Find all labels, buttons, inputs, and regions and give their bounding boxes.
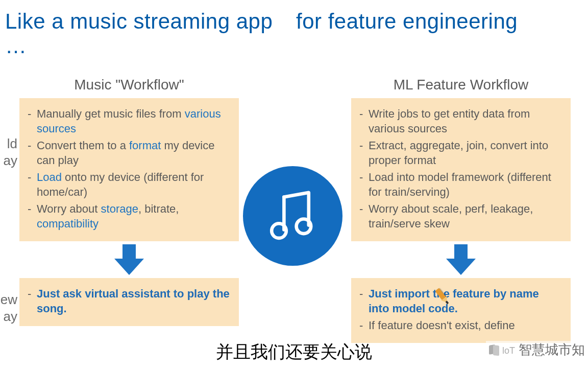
side-label-old-bottom: ay	[0, 152, 17, 169]
right-subhead: ML Feature Workflow	[394, 77, 529, 93]
watermark-text: 智慧城市知	[519, 341, 585, 359]
right-column: ML Feature Workflow -Write jobs to get e…	[351, 62, 571, 343]
side-label-old-top: ld	[0, 135, 17, 152]
svg-text:loT: loT	[502, 346, 515, 356]
right-old-item-2: -Extract, aggregate, join, convert into …	[359, 138, 562, 168]
left-old-item-3: -Load onto my device (different for home…	[28, 170, 231, 199]
left-old-box: -Manually get music files from various s…	[19, 98, 239, 241]
right-old-item-3: -Load into model framework (different fo…	[359, 170, 562, 199]
right-old-item-1: -Write jobs to get entity data from vari…	[359, 106, 562, 136]
side-label-old: ld ay	[0, 135, 17, 169]
left-new-item-1: -Just ask virtual assistant to play the …	[28, 286, 231, 316]
title-row: Like a music streaming app … for feature…	[0, 0, 588, 62]
left-arrow	[111, 241, 147, 278]
title-left: Like a music streaming app …	[5, 9, 276, 58]
music-circle	[243, 166, 342, 266]
side-label-new-bottom: ay	[0, 308, 17, 325]
left-old-item-2: -Convert them to a format my device can …	[28, 138, 231, 168]
watermark-logo-icon: loT	[488, 342, 516, 358]
music-note-icon	[265, 188, 321, 244]
svg-rect-4	[493, 345, 499, 356]
left-new-box: -Just ask virtual assistant to play the …	[19, 278, 239, 326]
left-column: Music "Workflow" -Manually get music fil…	[19, 62, 239, 343]
left-subhead: Music "Workflow"	[74, 77, 184, 93]
columns: Music "Workflow" -Manually get music fil…	[0, 62, 588, 343]
arrow-down-icon	[443, 242, 479, 277]
left-old-item-1: -Manually get music files from various s…	[28, 106, 231, 136]
left-old-item-4: -Worry about storage, bitrate, compatibi…	[28, 201, 231, 231]
middle-column	[239, 62, 346, 343]
right-arrow	[443, 241, 479, 278]
right-old-item-4: -Worry about scale, perf, leakage, train…	[359, 201, 562, 231]
slide: Like a music streaming app … for feature…	[0, 0, 588, 368]
right-new-item-1: -Just import the feature by name into mo…	[359, 286, 562, 316]
watermark: loT 智慧城市知	[486, 341, 585, 359]
title-right: for feature engineering	[276, 9, 518, 58]
side-label-new: ew ay	[0, 291, 17, 325]
right-new-box: -Just import the feature by name into mo…	[351, 278, 571, 343]
right-new-item-2: -If feature doesn't exist, define	[359, 318, 562, 333]
arrow-down-icon	[111, 242, 147, 277]
side-label-new-top: ew	[0, 291, 17, 308]
right-old-box: -Write jobs to get entity data from vari…	[351, 98, 571, 241]
